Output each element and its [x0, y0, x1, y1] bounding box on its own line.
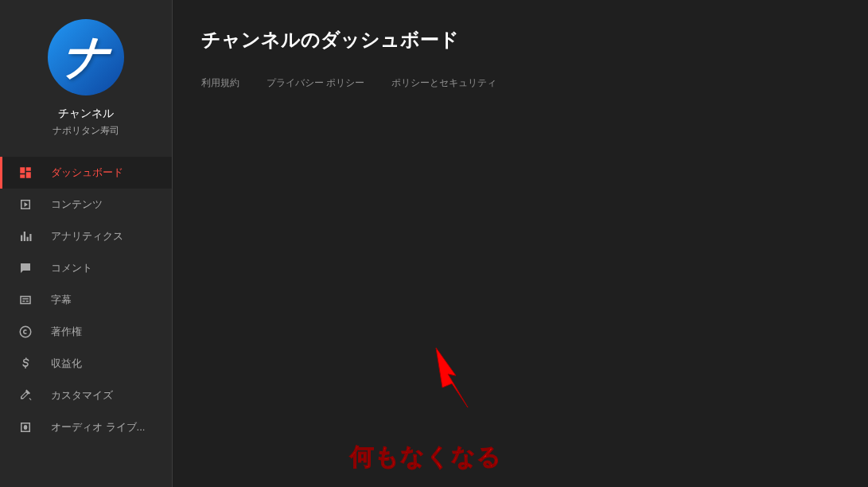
channel-name: ナポリタン寿司: [53, 124, 119, 138]
footer-link-terms[interactable]: 利用規約: [201, 76, 239, 90]
comment-icon: [18, 260, 33, 276]
sidebar: ナ チャンネル ナポリタン寿司 ダッシュボード コンテンツ アナリティクス: [0, 0, 173, 487]
sidebar-item-dashboard[interactable]: ダッシュボード: [0, 157, 172, 189]
footer-link-privacy[interactable]: プライバシー ポリシー: [267, 76, 364, 90]
avatar-letter: ナ: [60, 26, 112, 88]
copyright-icon: [18, 324, 33, 340]
customize-icon: [18, 388, 33, 403]
sidebar-item-label: 字幕: [51, 293, 72, 307]
sidebar-item-label: コンテンツ: [51, 197, 103, 212]
subtitle-icon: [18, 292, 33, 308]
content-icon: [18, 197, 33, 212]
dashboard-icon: [18, 165, 33, 181]
profile-section: ナ チャンネル ナポリタン寿司: [0, 0, 172, 152]
sidebar-item-label: カスタマイズ: [51, 388, 113, 403]
sidebar-item-customize[interactable]: カスタマイズ: [0, 380, 172, 411]
sidebar-item-subtitles[interactable]: 字幕: [0, 284, 172, 316]
sidebar-item-label: ダッシュボード: [51, 166, 123, 180]
channel-label: チャンネル: [58, 107, 114, 121]
footer-link-policy[interactable]: ポリシーとセキュリティ: [391, 76, 496, 90]
sidebar-item-copyright[interactable]: 著作権: [0, 316, 172, 348]
sidebar-item-label: アナリティクス: [51, 229, 123, 243]
nav-list: ダッシュボード コンテンツ アナリティクス コメント 字幕: [0, 157, 172, 443]
page-title: チャンネルのダッシュボード: [201, 27, 839, 53]
footer-links: 利用規約 プライバシー ポリシー ポリシーとセキュリティ: [201, 76, 839, 90]
sidebar-item-label: 著作権: [51, 325, 82, 339]
sidebar-item-label: オーディオ ライブ...: [51, 420, 145, 434]
sidebar-item-comments[interactable]: コメント: [0, 252, 172, 284]
sidebar-item-content[interactable]: コンテンツ: [0, 189, 172, 220]
sidebar-item-monetize[interactable]: 収益化: [0, 348, 172, 380]
sidebar-item-analytics[interactable]: アナリティクス: [0, 220, 172, 252]
sidebar-item-audio-library[interactable]: オーディオ ライブ...: [0, 411, 172, 443]
main-content: チャンネルのダッシュボード 利用規約 プライバシー ポリシー ポリシーとセキュリ…: [173, 0, 868, 487]
analytics-icon: [18, 228, 33, 244]
monetize-icon: [18, 356, 33, 372]
audio-icon: [18, 419, 33, 435]
channel-avatar[interactable]: ナ: [48, 19, 124, 95]
sidebar-item-label: 収益化: [51, 356, 82, 371]
sidebar-item-label: コメント: [51, 261, 92, 275]
